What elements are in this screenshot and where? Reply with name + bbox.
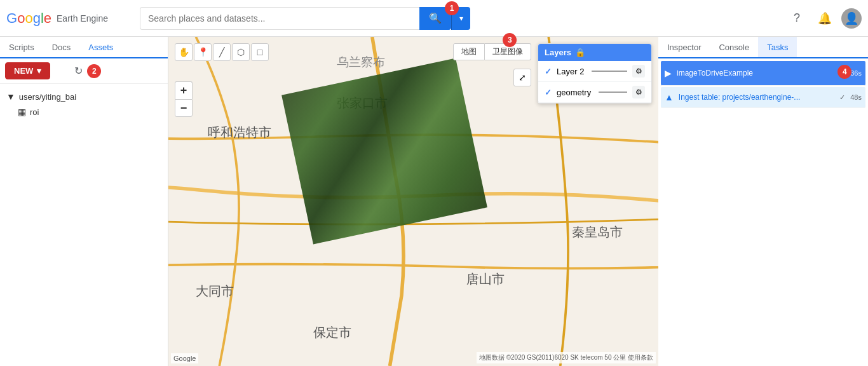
layer-2-check: ✓ (545, 88, 552, 97)
map-type-buttons: 地图 卫星图像 (453, 43, 531, 60)
folder-icon: ▼ (6, 92, 15, 102)
tab-console[interactable]: Console (710, 37, 758, 57)
task-upload-icon: ▲ (665, 92, 674, 102)
new-btn-group: NEW ▾ (5, 62, 50, 79)
svg-text:呼和浩特市: 呼和浩特市 (208, 125, 271, 139)
map-background: 鄂尔多斯市 呼和浩特市 包头市 朔州市 大同市 张家口市 乌兰察布 赤峰市 承德… (168, 37, 658, 366)
google-logo-text: Google (6, 10, 51, 27)
user-name: users/yiting_bai (19, 92, 76, 102)
map-google-logo: Google (171, 353, 198, 363)
line-tool[interactable]: ╱ (213, 43, 231, 61)
roi-label: roi (30, 107, 39, 117)
task-name-1: imageToDriveExample (677, 69, 826, 78)
layers-title: Layers (545, 48, 571, 57)
svg-text:大同市: 大同市 (196, 284, 234, 298)
svg-text:保定市: 保定市 (313, 325, 351, 339)
new-button[interactable]: NEW ▾ (5, 62, 50, 79)
svg-text:秦皇岛市: 秦皇岛市 (572, 226, 623, 240)
annotation-4: 4 (837, 65, 851, 79)
left-panel: Scripts Docs Assets NEW ▾ 2 ↻ ▼ users/yi… (0, 37, 168, 366)
earth-engine-text: Earth Engine (57, 13, 108, 24)
tab-docs[interactable]: Docs (43, 37, 80, 57)
map-tool-row: ✋ 📍 ╱ ⬡ □ (175, 43, 269, 61)
left-content: ▼ users/yiting_bai ▦ roi (0, 84, 168, 366)
annotation-2: 2 (87, 64, 101, 78)
poly-tool[interactable]: ⬡ (232, 43, 250, 61)
notifications-button[interactable]: 🔔 (813, 7, 836, 30)
layers-lock-icon: 🔒 (575, 48, 585, 57)
map-type-map[interactable]: 地图 (453, 43, 485, 60)
layer-1-settings[interactable]: ⚙ (632, 65, 645, 78)
layer-item-2[interactable]: ✓ geometry ⚙ (538, 82, 651, 103)
layer-1-check: ✓ (545, 67, 552, 76)
map-attribution: 地图数据 ©2020 GS(2011)6020 SK telecom 50 公里… (477, 352, 656, 363)
zoom-in-button[interactable]: + (175, 81, 193, 99)
layer-2-name: geometry (557, 88, 591, 97)
header: Google Earth Engine 🔍 ▾ 1 ? 🔔 👤 (0, 0, 868, 37)
task-play-icon: ▶ (665, 68, 672, 78)
tab-assets[interactable]: Assets (79, 37, 122, 58)
task-name-2: Ingest table: projects/earthengine-... (679, 93, 834, 102)
header-icons: ? 🔔 👤 (785, 7, 862, 30)
user-folder[interactable]: ▼ users/yiting_bai (5, 89, 163, 104)
pan-tool[interactable]: ✋ (175, 43, 193, 61)
fullscreen-button[interactable]: ⤢ (513, 69, 531, 86)
layer-2-settings[interactable]: ⚙ (632, 86, 645, 98)
right-panel: Inspector Console Tasks ▶ imageToDriveEx… (658, 37, 868, 366)
tab-inspector[interactable]: Inspector (658, 37, 710, 57)
help-button[interactable]: ? (785, 7, 808, 30)
layer-1-name: Layer 2 (557, 67, 584, 76)
zoom-out-button[interactable]: − (175, 99, 193, 117)
left-toolbar: NEW ▾ 2 ↻ (0, 58, 168, 84)
task-item-2[interactable]: ▲ Ingest table: projects/earthengine-...… (661, 87, 865, 108)
avatar[interactable]: 👤 (841, 8, 862, 29)
left-tabs: Scripts Docs Assets (0, 37, 168, 58)
tab-scripts[interactable]: Scripts (0, 37, 43, 57)
search-bar: 🔍 ▾ (140, 7, 470, 30)
refresh-button[interactable]: ↻ (74, 65, 83, 77)
annotation-1: 1 (445, 1, 459, 15)
task-time-2: ✓ (839, 93, 845, 102)
zoom-controls: + − (175, 81, 193, 117)
layer-item-1[interactable]: ✓ Layer 2 ⚙ (538, 61, 651, 82)
task-time-2-val: 48s (850, 93, 862, 101)
task-time-1: 36s (850, 69, 862, 77)
svg-text:乌兰察布: 乌兰察布 (337, 55, 385, 69)
svg-text:唐山市: 唐山市 (466, 273, 505, 287)
right-tabs: Inspector Console Tasks (658, 37, 868, 58)
rect-tool[interactable]: □ (251, 43, 269, 61)
annotation-3: 3 (503, 33, 517, 47)
layer-1-line (592, 71, 627, 72)
pin-tool[interactable]: 📍 (194, 43, 212, 61)
layer-2-line (599, 92, 627, 93)
layers-panel: Layers 🔒 ✓ Layer 2 ⚙ ✓ geometry ⚙ (538, 43, 652, 104)
task-item-1[interactable]: ▶ imageToDriveExample 4 36s (661, 61, 865, 86)
asset-roi[interactable]: ▦ roi (5, 104, 163, 119)
layers-header: Layers 🔒 (538, 44, 651, 61)
table-icon: ▦ (18, 107, 26, 117)
tab-tasks[interactable]: Tasks (758, 37, 797, 58)
fullscreen-button-container: ⤢ (513, 69, 531, 86)
search-input[interactable] (140, 7, 419, 30)
map-container[interactable]: 鄂尔多斯市 呼和浩特市 包头市 朔州市 大同市 张家口市 乌兰察布 赤峰市 承德… (168, 37, 658, 366)
map-tools: ✋ 📍 ╱ ⬡ □ (175, 43, 269, 61)
tasks-content: ▶ imageToDriveExample 4 36s ▲ Ingest tab… (658, 58, 868, 366)
logo: Google Earth Engine (6, 10, 133, 27)
